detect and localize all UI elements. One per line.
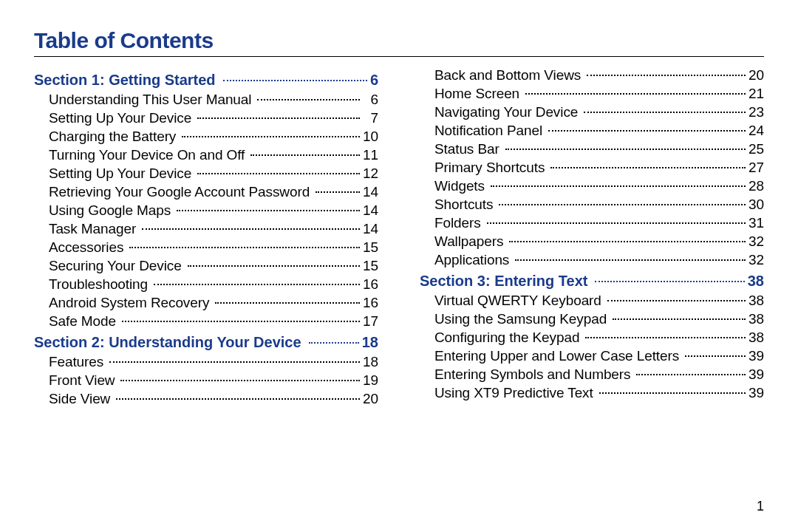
- toc-label: Using XT9 Predictive Text: [434, 385, 593, 401]
- toc-entry[interactable]: Securing Your Device15: [49, 258, 378, 274]
- toc-section[interactable]: Section 2: Understanding Your Device18: [34, 334, 378, 351]
- toc-entry[interactable]: Turning Your Device On and Off11: [49, 147, 378, 163]
- toc-label: Notification Panel: [434, 123, 542, 139]
- toc-entry[interactable]: Understanding This User Manual6: [49, 92, 378, 108]
- toc-label: Understanding This User Manual: [49, 92, 251, 108]
- toc-label: Safe Mode: [49, 313, 116, 330]
- toc-entry[interactable]: Front View19: [49, 372, 378, 389]
- toc-page: 32: [748, 252, 764, 268]
- toc-page: 18: [362, 334, 378, 351]
- toc-entry[interactable]: Wallpapers32: [434, 233, 764, 250]
- toc-entry[interactable]: Setting Up Your Device12: [49, 166, 378, 182]
- leader-dots: [188, 265, 360, 267]
- toc-page: 28: [748, 178, 764, 194]
- toc-columns: Section 1: Getting Started6Understanding…: [34, 67, 764, 407]
- toc-entry[interactable]: Safe Mode17: [49, 313, 378, 330]
- toc-section[interactable]: Section 3: Entering Text38: [420, 273, 764, 290]
- toc-label: Side View: [49, 391, 110, 407]
- leader-dots: [182, 136, 360, 137]
- leader-dots: [197, 173, 360, 174]
- leader-dots: [250, 154, 360, 156]
- toc-page: 38: [748, 273, 764, 290]
- leader-dots: [515, 259, 746, 261]
- toc-label: Entering Symbols and Numbers: [434, 366, 630, 383]
- toc-page: 23: [748, 104, 764, 120]
- toc-section[interactable]: Section 1: Getting Started6: [34, 72, 378, 89]
- toc-entry[interactable]: Status Bar25: [434, 141, 764, 157]
- toc-entry[interactable]: Navigating Your Device23: [434, 104, 764, 120]
- toc-label: Accessories: [49, 239, 123, 256]
- leader-dots: [197, 117, 360, 119]
- toc-entry[interactable]: Task Manager14: [49, 221, 378, 237]
- toc-entry[interactable]: Using XT9 Predictive Text39: [434, 385, 764, 401]
- toc-entry[interactable]: Back and Bottom Views20: [434, 67, 764, 83]
- toc-page: 16: [363, 295, 378, 311]
- toc-label: Charging the Battery: [49, 129, 176, 145]
- leader-dots: [223, 80, 367, 81]
- toc-label: Retrieving Your Google Account Password: [49, 184, 310, 200]
- leader-dots: [607, 300, 746, 301]
- toc-entry[interactable]: Primary Shortcuts27: [434, 160, 764, 176]
- toc-label: Using Google Maps: [49, 202, 171, 219]
- toc-label: Section 2: Understanding Your Device: [34, 334, 301, 351]
- toc-entry[interactable]: Notification Panel24: [434, 123, 764, 139]
- toc-entry[interactable]: Accessories15: [49, 239, 378, 256]
- toc-entry[interactable]: Using Google Maps14: [49, 202, 378, 219]
- toc-page: 38: [748, 330, 764, 346]
- toc-label: Shortcuts: [434, 197, 493, 213]
- toc-entry[interactable]: Setting Up Your Device7: [49, 110, 378, 126]
- toc-label: Entering Upper and Lower Case Letters: [434, 348, 679, 364]
- leader-dots: [487, 222, 746, 224]
- leader-dots: [499, 204, 746, 205]
- toc-page: 39: [748, 348, 764, 364]
- leader-dots: [595, 281, 744, 282]
- toc-label: Section 1: Getting Started: [34, 72, 216, 89]
- toc-entry[interactable]: Retrieving Your Google Account Password1…: [49, 184, 378, 200]
- toc-label: Configuring the Keypad: [434, 330, 579, 346]
- toc-entry[interactable]: Troubleshooting16: [49, 276, 378, 293]
- toc-entry[interactable]: Android System Recovery16: [49, 295, 378, 311]
- toc-label: Setting Up Your Device: [49, 166, 191, 182]
- toc-page: 39: [748, 366, 764, 383]
- toc-label: Task Manager: [49, 221, 136, 237]
- toc-label: Section 3: Entering Text: [420, 273, 587, 290]
- toc-page: 15: [363, 239, 378, 256]
- toc-entry[interactable]: Side View20: [49, 391, 378, 407]
- toc-entry[interactable]: Shortcuts30: [434, 197, 764, 213]
- toc-page: 24: [748, 123, 764, 139]
- leader-dots: [491, 185, 746, 187]
- toc-entry[interactable]: Applications32: [434, 252, 764, 268]
- toc-page: 14: [363, 184, 378, 200]
- toc-page: 18: [363, 354, 378, 370]
- toc-label: Applications: [434, 252, 509, 268]
- toc-page: 14: [363, 221, 378, 237]
- toc-entry[interactable]: Widgets28: [434, 178, 764, 194]
- toc-entry[interactable]: Entering Upper and Lower Case Letters39: [434, 348, 764, 364]
- toc-page: 19: [363, 372, 378, 389]
- toc-entry[interactable]: Entering Symbols and Numbers39: [434, 366, 764, 383]
- toc-page: 20: [363, 391, 378, 407]
- leader-dots: [109, 361, 360, 363]
- toc-entry[interactable]: Folders31: [434, 215, 764, 231]
- leader-dots: [154, 284, 360, 285]
- toc-label: Securing Your Device: [49, 258, 182, 274]
- toc-page: 10: [363, 129, 378, 145]
- leader-dots: [316, 191, 360, 193]
- toc-page: 12: [363, 166, 378, 182]
- toc-entry[interactable]: Configuring the Keypad38: [434, 330, 764, 346]
- toc-page: 7: [363, 110, 378, 126]
- toc-entry[interactable]: Charging the Battery10: [49, 129, 378, 145]
- toc-entry[interactable]: Virtual QWERTY Keyboard38: [434, 293, 764, 309]
- toc-label: Front View: [49, 372, 115, 389]
- leader-dots: [120, 380, 359, 381]
- toc-entry[interactable]: Using the Samsung Keypad38: [434, 311, 764, 327]
- toc-entry[interactable]: Features18: [49, 354, 378, 370]
- toc-page: 20: [748, 67, 764, 83]
- toc-label: Features: [49, 354, 103, 370]
- leader-dots: [584, 112, 746, 113]
- toc-label: Status Bar: [434, 141, 499, 157]
- toc-entry[interactable]: Home Screen21: [434, 86, 764, 102]
- toc-label: Android System Recovery: [49, 295, 209, 311]
- toc-label: Widgets: [434, 178, 485, 194]
- toc-page: 25: [748, 141, 764, 157]
